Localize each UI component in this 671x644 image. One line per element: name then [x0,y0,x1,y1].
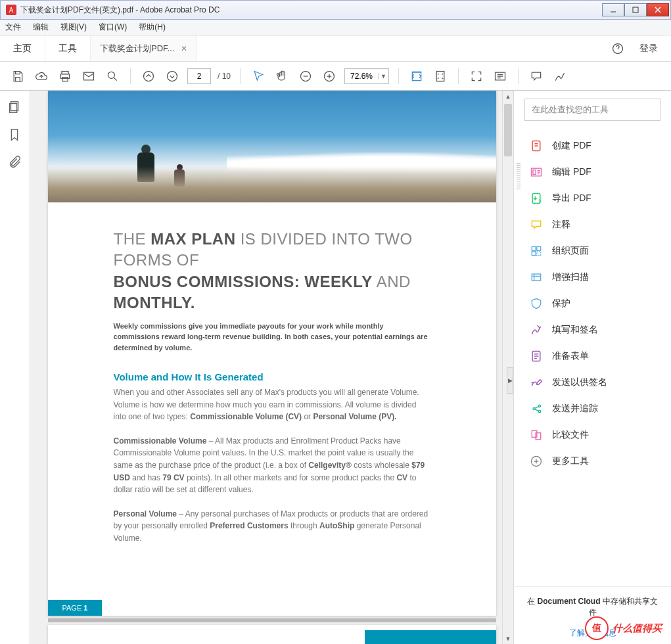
fullscreen-icon[interactable] [468,68,485,85]
save-icon[interactable] [9,68,26,85]
tool-item[interactable]: 编辑 PDF [514,159,671,185]
tool-label: 增强扫描 [552,271,589,283]
panel-gripper[interactable] [517,163,521,189]
tool-item[interactable]: 填写和签名 [514,317,671,343]
help-icon[interactable] [609,40,626,57]
svg-point-30 [538,405,540,407]
fit-width-icon[interactable] [408,68,425,85]
tool-item[interactable]: 导出 PDF [514,185,671,212]
zoom-in-icon[interactable] [321,68,338,85]
tool-item[interactable]: 创建 PDF [514,133,671,159]
paragraph: Commissionable Volume – All Max products… [114,435,430,496]
right-panel: 在此处查找您的工具 创建 PDF编辑 PDF导出 PDF注释组织页面增强扫描保护… [513,91,671,644]
tool-item[interactable]: 组织页面 [514,238,671,264]
tool-label: 准备表单 [552,350,589,362]
tool-item[interactable]: 增强扫描 [514,264,671,290]
tool-icon [530,376,543,389]
tab-tools[interactable]: 工具 [45,35,91,61]
hand-icon[interactable] [273,68,290,85]
zoom-out-icon[interactable] [297,68,314,85]
page-down-icon[interactable] [164,68,181,85]
hero-image [48,91,496,202]
svg-rect-8 [84,72,94,80]
page-up-icon[interactable] [140,68,157,85]
menu-help[interactable]: 帮助(H) [139,22,166,33]
tab-bar: 主页 工具 下载奖金计划PDF... ✕ 登录 [0,35,671,62]
maximize-button[interactable] [624,3,647,16]
svg-rect-23 [532,246,536,250]
chevron-down-icon[interactable]: ▼ [378,73,388,80]
document-canvas[interactable]: THE MAX PLAN IS DIVIDED INTO TWO FORMS O… [30,91,513,644]
tool-label: 组织页面 [552,245,589,257]
menu-file[interactable]: 文件 [5,22,21,33]
read-mode-icon[interactable] [492,68,509,85]
pointer-icon[interactable] [250,68,267,85]
tab-document-label: 下载奖金计划PDF... [100,43,174,55]
toolbar: / 10 ▼ [0,62,671,91]
svg-rect-5 [62,71,68,74]
login-button[interactable]: 登录 [639,43,658,55]
workspace: THE MAX PLAN IS DIVIDED INTO TWO FORMS O… [0,91,671,644]
tool-label: 保护 [552,298,570,310]
svg-point-31 [538,411,540,413]
tool-item[interactable]: 比较文件 [514,422,671,448]
tool-search-input[interactable]: 在此处查找您的工具 [524,99,660,121]
pdf-page: THE MAX PLAN IS DIVIDED INTO TWO FORMS O… [48,91,496,616]
cloud-upload-icon[interactable] [33,68,50,85]
tool-item[interactable]: 保护 [514,290,671,317]
tool-icon [530,139,543,152]
fit-page-icon[interactable] [432,68,449,85]
svg-rect-27 [532,274,540,281]
tool-list: 创建 PDF编辑 PDF导出 PDF注释组织页面增强扫描保护填写和签名准备表单发… [514,129,671,586]
svg-rect-1 [633,7,638,12]
page-number-badge: PAGE 1 [48,600,103,616]
tool-label: 比较文件 [552,429,589,441]
watermark-text: 什么值得买 [613,622,662,635]
scroll-down-icon[interactable]: ▼ [503,633,513,644]
menu-edit[interactable]: 编辑 [33,22,49,33]
menu-window[interactable]: 窗口(W) [99,22,127,33]
attachment-icon[interactable] [7,155,23,171]
section-heading: Volume and How It Is Generated [114,371,430,382]
scroll-up-icon[interactable]: ▲ [503,91,513,102]
tab-document[interactable]: 下载奖金计划PDF... ✕ [91,35,197,61]
zoom-input[interactable] [345,72,378,81]
svg-point-10 [144,71,154,81]
search-icon[interactable] [104,68,121,85]
tab-home[interactable]: 主页 [0,35,45,61]
tab-close-icon[interactable]: ✕ [181,44,187,53]
page-number-input[interactable] [187,68,211,84]
thumbnails-icon[interactable] [7,100,23,116]
mail-icon[interactable] [80,68,97,85]
doc-heading: THE MAX PLAN IS DIVIDED INTO TWO FORMS O… [114,229,430,314]
menu-view[interactable]: 视图(V) [60,22,87,33]
tool-icon [530,166,543,179]
acrobat-icon: A [6,5,16,15]
left-nav-bar [0,91,30,644]
minimize-button[interactable] [602,3,624,16]
bookmark-icon[interactable] [7,127,23,143]
svg-point-11 [168,71,177,81]
page-divider [48,618,496,622]
menu-bar: 文件 编辑 视图(V) 窗口(W) 帮助(H) [0,20,671,35]
scroll-thumb[interactable] [504,104,512,156]
tool-item[interactable]: 更多工具 [514,448,671,474]
page-total-label: / 10 [218,72,231,81]
tool-label: 填写和签名 [552,324,598,336]
comment-icon[interactable] [528,68,545,85]
tool-item[interactable]: 发送并追踪 [514,396,671,422]
close-button[interactable] [647,3,669,16]
zoom-select[interactable]: ▼ [344,68,389,84]
sign-icon[interactable] [551,68,568,85]
svg-rect-21 [533,170,536,175]
tool-item[interactable]: 准备表单 [514,343,671,369]
tool-icon [530,350,543,363]
tool-item[interactable]: 注释 [514,212,671,238]
paragraph: When you and other Associates sell any o… [114,386,430,423]
tool-icon [530,323,543,336]
print-icon[interactable] [57,68,74,85]
pdf-page-next [48,625,496,644]
panel-collapse-icon[interactable]: ▶ [507,367,513,394]
tool-item[interactable]: 发送以供签名 [514,369,671,396]
svg-rect-7 [62,77,68,81]
